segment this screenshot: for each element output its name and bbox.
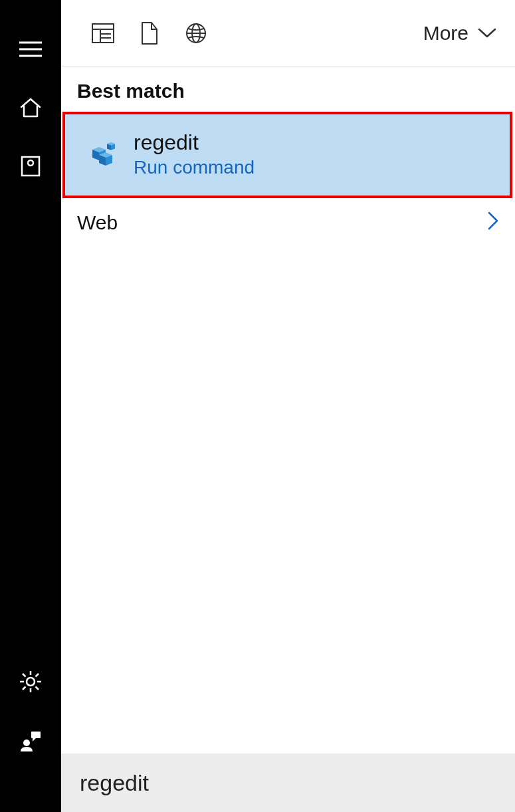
- feedback-button[interactable]: [0, 714, 61, 767]
- best-match-heading: Best match: [61, 67, 515, 112]
- chevron-right-icon: [487, 211, 499, 235]
- svg-point-5: [27, 678, 35, 686]
- onedrive-button[interactable]: [0, 140, 61, 193]
- documents-filter-icon: [140, 21, 159, 45]
- filter-documents-button[interactable]: [126, 13, 173, 53]
- filter-web-button[interactable]: [173, 13, 219, 53]
- svg-line-13: [36, 674, 39, 677]
- hamburger-menu-button[interactable]: [0, 23, 61, 76]
- person-chat-icon: [19, 729, 42, 751]
- filter-row: More: [61, 0, 515, 67]
- web-category-label: Web: [77, 211, 118, 234]
- svg-point-4: [28, 160, 33, 166]
- svg-line-12: [23, 687, 26, 690]
- start-sidebar: [0, 0, 61, 812]
- svg-line-11: [36, 687, 39, 690]
- more-label: More: [423, 22, 468, 45]
- gear-icon: [19, 670, 42, 693]
- result-text: regedit Run command: [134, 131, 255, 179]
- svg-line-10: [23, 674, 26, 677]
- svg-rect-15: [31, 732, 41, 738]
- settings-button[interactable]: [0, 655, 61, 708]
- hamburger-icon: [19, 41, 42, 57]
- onedrive-icon: [21, 156, 41, 177]
- search-input[interactable]: [78, 769, 515, 797]
- apps-filter-icon: [91, 23, 115, 44]
- result-title: regedit: [134, 131, 255, 154]
- home-button[interactable]: [0, 81, 61, 134]
- web-category-row[interactable]: Web: [61, 202, 515, 243]
- more-filters-button[interactable]: More: [421, 13, 499, 53]
- regedit-icon: [82, 135, 122, 175]
- search-box[interactable]: [61, 753, 515, 812]
- result-regedit[interactable]: regedit Run command: [62, 112, 512, 198]
- filter-apps-button[interactable]: [80, 13, 126, 53]
- globe-icon: [185, 22, 207, 45]
- search-results-panel: More Best match: [61, 0, 515, 812]
- result-subtitle: Run command: [134, 156, 255, 179]
- chevron-down-icon: [478, 28, 496, 39]
- home-icon: [19, 97, 42, 118]
- svg-point-14: [23, 740, 30, 746]
